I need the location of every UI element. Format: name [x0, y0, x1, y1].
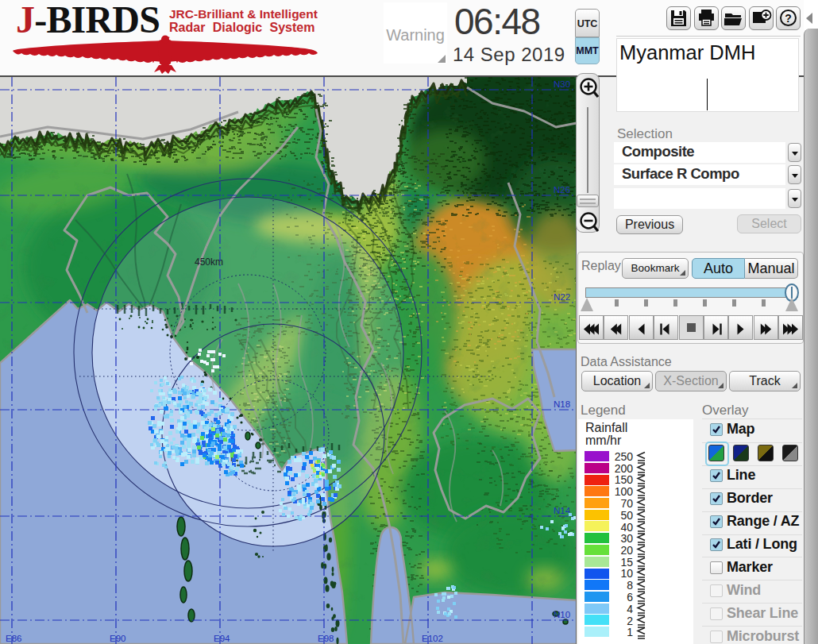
- svg-text:N14: N14: [554, 506, 571, 515]
- svg-text:?: ?: [785, 12, 792, 25]
- svg-text:E102: E102: [422, 634, 443, 643]
- svg-text:E98: E98: [318, 634, 334, 643]
- svg-text:E90: E90: [110, 634, 125, 643]
- svg-text:N22: N22: [554, 292, 570, 302]
- svg-text:N10: N10: [554, 610, 570, 619]
- svg-text:N18: N18: [554, 399, 570, 409]
- svg-text:450km: 450km: [195, 256, 223, 268]
- svg-text:N30: N30: [554, 79, 570, 89]
- svg-text:E94: E94: [214, 634, 230, 643]
- svg-text:E86: E86: [6, 634, 21, 643]
- svg-text:N26: N26: [554, 185, 570, 195]
